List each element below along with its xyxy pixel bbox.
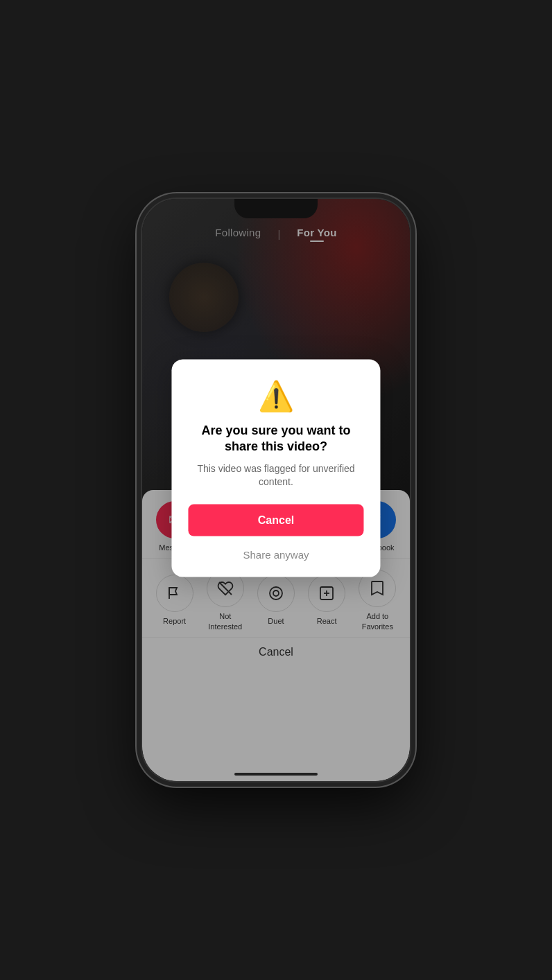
modal-subtitle: This video was flagged for unverified co… bbox=[188, 462, 363, 489]
modal-cancel-button[interactable]: Cancel bbox=[188, 505, 363, 536]
modal-share-anyway-button[interactable]: Share anyway bbox=[188, 546, 363, 563]
modal-title: Are you sure you want to share this vide… bbox=[188, 423, 363, 455]
screen: Following | For You ✉ Message ✉ SMS bbox=[142, 199, 410, 781]
modal-dialog: ⚠️ Are you sure you want to share this v… bbox=[171, 360, 380, 577]
phone-frame: Following | For You ✉ Message ✉ SMS bbox=[141, 198, 411, 782]
warning-icon: ⚠️ bbox=[188, 379, 363, 413]
